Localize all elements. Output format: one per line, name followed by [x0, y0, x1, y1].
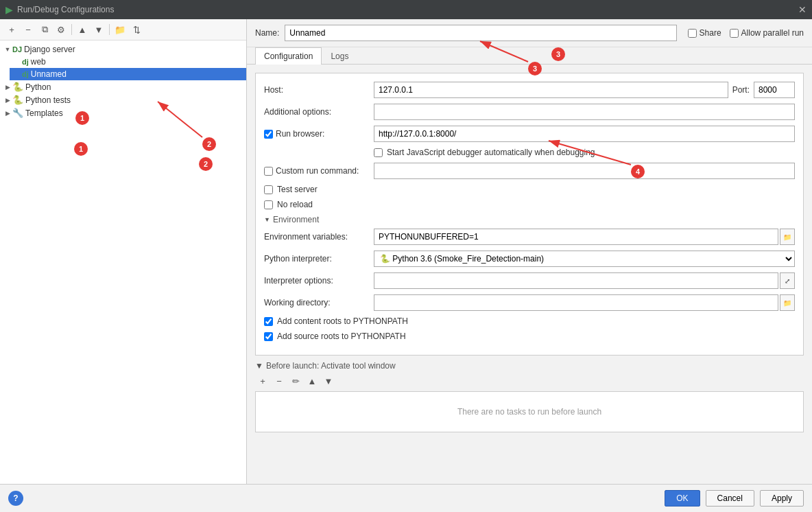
tree-group-templates[interactable]: ▶ 🔧 Templates: [0, 106, 246, 119]
add-content-roots-checkbox[interactable]: [264, 317, 273, 326]
tree-toggle-django[interactable]: ▼: [3, 45, 12, 54]
add-source-roots-label: Add source roots to PYTHONPATH: [277, 331, 406, 341]
app-icon: ▶: [5, 4, 13, 15]
dialog: + − ⧉ ⚙ ▲ ▼ 📁 ⇅ 1 ▼ DJ Django server: [0, 19, 812, 512]
working-directory-row: Working directory: 📁: [264, 294, 795, 311]
python-interpreter-select[interactable]: 🐍 Python 3.6 (Smoke_Fire_Detection-main): [374, 251, 795, 267]
close-button[interactable]: ✕: [798, 4, 807, 15]
django-children: dj web dj Unnamed: [0, 56, 246, 80]
custom-run-checkbox[interactable]: [264, 167, 273, 176]
remove-config-button[interactable]: −: [21, 22, 36, 37]
no-reload-label: No reload: [277, 200, 313, 209]
templates-icon: 🔧: [12, 108, 23, 118]
dialog-content: + − ⧉ ⚙ ▲ ▼ 📁 ⇅ 1 ▼ DJ Django server: [0, 19, 812, 484]
add-source-roots-checkbox[interactable]: [264, 332, 273, 341]
tree-group-django-server[interactable]: ▼ DJ Django server: [0, 43, 246, 56]
env-vars-input[interactable]: [374, 229, 778, 245]
share-checkbox[interactable]: [688, 29, 697, 38]
js-debugger-checkbox[interactable]: [374, 148, 383, 157]
interpreter-options-label: Interpreter options:: [264, 276, 374, 286]
tree-toggle-python[interactable]: ▶: [3, 82, 12, 92]
custom-run-label: Custom run command:: [276, 166, 359, 176]
tree-group-python-tests[interactable]: ▶ 🐍 Python tests: [0, 93, 246, 106]
tab-logs[interactable]: Logs: [322, 47, 357, 65]
env-vars-row: Environment variables: 📁: [264, 229, 795, 245]
test-server-label: Test server: [277, 185, 318, 194]
interpreter-options-row: Interpreter options: ⤢: [264, 272, 795, 289]
working-directory-input[interactable]: [374, 294, 778, 311]
working-directory-label: Working directory:: [264, 298, 374, 307]
left-panel: + − ⧉ ⚙ ▲ ▼ 📁 ⇅ 1 ▼ DJ Django server: [0, 19, 247, 484]
title-bar: ▶ Run/Debug Configurations ✕: [0, 0, 812, 19]
before-launch-up-button[interactable]: ▲: [304, 373, 320, 388]
before-launch-down-button[interactable]: ▼: [321, 373, 336, 388]
tree-toggle-templates[interactable]: ▶: [3, 108, 12, 118]
additional-options-row: Additional options:: [264, 104, 795, 120]
before-launch-label: Before launch: Activate tool window: [266, 361, 396, 371]
js-debugger-row: Start JavaScript debugger automatically …: [264, 148, 795, 157]
add-source-roots-row: Add source roots to PYTHONPATH: [264, 331, 795, 341]
sort-button[interactable]: ⇅: [129, 22, 144, 37]
left-toolbar: + − ⧉ ⚙ ▲ ▼ 📁 ⇅: [0, 19, 246, 40]
interpreter-options-container: ⤢: [374, 272, 795, 289]
before-launch-edit-button[interactable]: ✏: [288, 373, 303, 388]
working-directory-browse-button[interactable]: 📁: [780, 294, 795, 311]
ok-button[interactable]: OK: [665, 490, 700, 507]
run-browser-input[interactable]: [374, 126, 795, 142]
django-web-icon: dj: [22, 58, 29, 66]
env-vars-browse-button[interactable]: 📁: [780, 229, 795, 245]
run-browser-row: Run browser:: [264, 126, 795, 142]
apply-button[interactable]: Apply: [760, 490, 804, 507]
tree-item-web[interactable]: dj web: [10, 56, 246, 68]
cancel-button[interactable]: Cancel: [706, 490, 754, 507]
tab-configuration[interactable]: Configuration: [255, 47, 322, 65]
no-reload-checkbox[interactable]: [264, 200, 273, 209]
test-server-checkbox[interactable]: [264, 185, 273, 194]
before-launch-section: ▼ Before launch: Activate tool window + …: [255, 361, 804, 432]
python-icon: 🐍: [12, 82, 23, 92]
edit-template-button[interactable]: ⚙: [53, 22, 69, 37]
tree-container: 1 ▼ DJ Django server dj web dj: [0, 40, 246, 484]
move-up-button[interactable]: ▲: [75, 22, 90, 37]
before-launch-add-button[interactable]: +: [255, 373, 270, 388]
before-launch-remove-button[interactable]: −: [272, 373, 287, 388]
port-input[interactable]: [754, 82, 795, 98]
no-tasks-text: There are no tasks to run before launch: [457, 407, 601, 417]
additional-options-input[interactable]: [374, 104, 795, 120]
title-bar-text: Run/Debug Configurations: [17, 5, 794, 14]
copy-config-button[interactable]: ⧉: [37, 22, 52, 37]
run-browser-checkbox[interactable]: [264, 130, 273, 139]
host-label: Host:: [264, 85, 374, 95]
annotation-1: 1: [74, 142, 88, 156]
interpreter-options-input[interactable]: [374, 272, 778, 289]
folder-button[interactable]: 📁: [112, 22, 128, 37]
django-icon: DJ: [12, 45, 22, 54]
environment-section-header: ▼ Environment: [264, 215, 795, 224]
environment-label: Environment: [273, 215, 319, 224]
js-debugger-label: Start JavaScript debugger automatically …: [387, 148, 595, 157]
env-triangle-icon: ▼: [264, 216, 270, 223]
tree-toggle-web: [12, 57, 22, 67]
custom-run-input[interactable]: [374, 163, 795, 179]
python-label: Python: [25, 82, 51, 92]
test-server-row: Test server: [264, 185, 795, 194]
interpreter-options-expand-button[interactable]: ⤢: [780, 272, 795, 289]
tree-toggle-unnamed: [12, 69, 22, 79]
python-interpreter-row: Python interpreter: 🐍 Python 3.6 (Smoke_…: [264, 251, 795, 267]
tree-toggle-python-tests[interactable]: ▶: [3, 95, 12, 105]
host-input[interactable]: [374, 82, 728, 98]
python-tests-label: Python tests: [25, 95, 71, 105]
run-browser-label: Run browser:: [276, 129, 324, 139]
move-down-button[interactable]: ▼: [91, 22, 106, 37]
tree-group-python[interactable]: ▶ 🐍 Python: [0, 80, 246, 93]
help-button[interactable]: ?: [8, 491, 23, 506]
add-config-button[interactable]: +: [4, 22, 19, 37]
custom-run-row: Custom run command:: [264, 163, 795, 179]
add-content-roots-row: Add content roots to PYTHONPATH: [264, 316, 795, 326]
annotation-2: 2: [199, 157, 213, 171]
interpreter-container: 🐍 Python 3.6 (Smoke_Fire_Detection-main): [374, 251, 795, 267]
allow-parallel-checkbox[interactable]: [730, 29, 739, 38]
tree-item-unnamed[interactable]: dj Unnamed: [10, 68, 246, 80]
name-input[interactable]: [285, 25, 676, 41]
python-tests-icon: 🐍: [12, 95, 23, 105]
